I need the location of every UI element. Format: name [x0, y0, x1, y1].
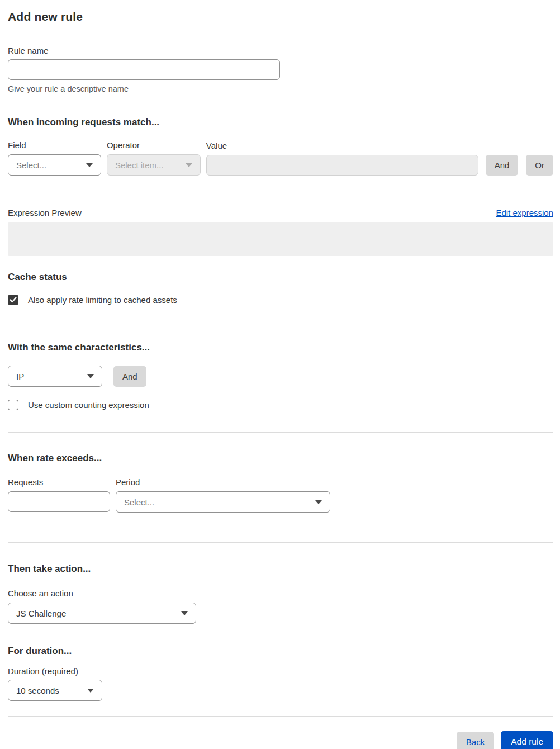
rate-row: Requests Period Select...	[8, 477, 553, 513]
action-select-value: JS Challenge	[16, 609, 66, 618]
period-select[interactable]: Select...	[116, 491, 330, 513]
section-divider	[8, 542, 553, 543]
characteristic-select[interactable]: IP	[8, 366, 102, 387]
and-button[interactable]: And	[486, 155, 519, 176]
rule-name-input[interactable]	[8, 59, 280, 80]
edit-expression-link[interactable]: Edit expression	[496, 208, 553, 217]
characteristics-and-button[interactable]: And	[113, 366, 146, 387]
action-label: Choose an action	[8, 589, 553, 598]
section-divider	[8, 325, 553, 325]
expression-preview-label: Expression Preview	[8, 208, 82, 217]
checkmark-icon	[10, 297, 17, 303]
operator-select: Select item...	[107, 154, 201, 176]
chevron-down-icon	[87, 689, 94, 693]
rate-heading: When rate exceeds...	[8, 453, 553, 464]
period-label: Period	[116, 477, 330, 487]
footer-divider	[8, 716, 553, 717]
expression-preview-header: Expression Preview Edit expression	[8, 208, 553, 217]
period-column: Period Select...	[116, 477, 330, 513]
cached-assets-checkbox-label: Also apply rate limiting to cached asset…	[28, 295, 177, 305]
match-row: Field Select... Operator Select item... …	[8, 140, 553, 176]
value-column: Value	[206, 141, 478, 176]
requests-column: Requests	[8, 477, 110, 513]
chevron-down-icon	[181, 611, 188, 615]
cache-status-checkbox-row: Also apply rate limiting to cached asset…	[8, 295, 553, 305]
action-heading: Then take action...	[8, 563, 553, 575]
field-column: Field Select...	[8, 140, 101, 176]
field-select[interactable]: Select...	[8, 154, 101, 176]
operator-select-value: Select item...	[115, 160, 164, 170]
counting-expression-checkbox-label: Use custom counting expression	[28, 400, 149, 410]
chevron-down-icon	[315, 500, 322, 504]
rule-name-label: Rule name	[8, 46, 553, 55]
counting-expression-checkbox[interactable]	[8, 400, 18, 410]
add-rule-form: Add new rule Rule name Give your rule a …	[0, 0, 560, 749]
value-label: Value	[206, 141, 478, 150]
value-input	[206, 155, 478, 176]
footer: Back Add rule	[8, 731, 553, 749]
page-title: Add new rule	[8, 10, 553, 23]
section-divider	[8, 432, 553, 433]
add-rule-button[interactable]: Add rule	[501, 731, 553, 749]
duration-heading: For duration...	[8, 646, 553, 657]
chevron-down-icon	[87, 374, 94, 378]
match-section-heading: When incoming requests match...	[8, 117, 553, 128]
operator-label: Operator	[107, 140, 201, 150]
duration-label: Duration (required)	[8, 666, 553, 676]
chevron-down-icon	[86, 163, 93, 167]
field-label: Field	[8, 140, 101, 150]
action-select[interactable]: JS Challenge	[8, 603, 196, 624]
rule-name-section: Rule name Give your rule a descriptive n…	[8, 46, 553, 93]
expression-preview-box	[8, 222, 553, 256]
back-button[interactable]: Back	[457, 732, 494, 749]
requests-input[interactable]	[8, 491, 110, 512]
cached-assets-checkbox[interactable]	[8, 295, 18, 305]
or-column: Or	[526, 155, 553, 176]
and-column: And	[486, 155, 519, 176]
duration-select-value: 10 seconds	[16, 686, 59, 695]
period-select-value: Select...	[124, 497, 154, 507]
counting-expression-checkbox-row: Use custom counting expression	[8, 400, 553, 410]
duration-select[interactable]: 10 seconds	[8, 680, 102, 701]
field-select-value: Select...	[16, 160, 46, 170]
operator-column: Operator Select item...	[107, 140, 201, 176]
or-button[interactable]: Or	[526, 155, 553, 176]
characteristics-row: IP And	[8, 366, 553, 387]
chevron-down-icon	[186, 163, 192, 167]
characteristic-select-value: IP	[16, 372, 24, 381]
requests-label: Requests	[8, 477, 110, 487]
rule-name-helper: Give your rule a descriptive name	[8, 84, 553, 93]
cache-status-heading: Cache status	[8, 272, 553, 283]
characteristics-heading: With the same characteristics...	[8, 342, 553, 353]
